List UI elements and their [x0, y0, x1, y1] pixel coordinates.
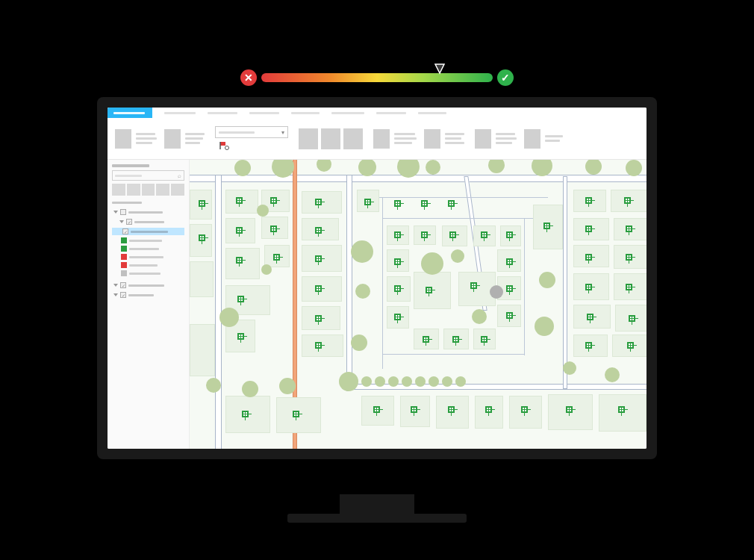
map-marker[interactable]: [543, 223, 550, 229]
ribbon-button[interactable]: [299, 128, 318, 149]
map-marker[interactable]: [411, 406, 417, 413]
map-marker[interactable]: [626, 284, 632, 290]
layer-checkbox[interactable]: [120, 292, 126, 298]
selected-point[interactable]: [490, 285, 503, 299]
layer-checkbox[interactable]: [120, 209, 126, 215]
map-marker[interactable]: [448, 406, 455, 413]
layer-checkbox[interactable]: [122, 228, 128, 234]
map-marker[interactable]: [236, 257, 243, 264]
map-marker[interactable]: [449, 231, 456, 238]
map-marker[interactable]: [199, 234, 205, 241]
map-marker[interactable]: [566, 406, 573, 413]
legend-item: [121, 254, 184, 260]
tab-item[interactable]: [208, 112, 237, 114]
map-marker[interactable]: [237, 333, 244, 340]
tab-item[interactable]: [249, 112, 279, 114]
map-marker[interactable]: [481, 231, 487, 238]
map-marker[interactable]: [426, 287, 432, 293]
ribbon-button[interactable]: [524, 129, 540, 149]
layer-row[interactable]: [112, 291, 184, 299]
ribbon-button[interactable]: [115, 129, 131, 149]
map-marker[interactable]: [585, 225, 592, 232]
map-marker[interactable]: [315, 285, 322, 292]
map-marker[interactable]: [506, 312, 513, 319]
thumbnail[interactable]: [171, 184, 184, 196]
map-marker[interactable]: [452, 336, 459, 343]
flag-tool-icon[interactable]: [219, 140, 230, 151]
map-marker[interactable]: [270, 197, 277, 204]
map-marker[interactable]: [506, 258, 513, 265]
map-marker[interactable]: [394, 200, 401, 207]
map-marker[interactable]: [626, 225, 632, 232]
map-marker[interactable]: [423, 336, 429, 343]
map-marker[interactable]: [627, 342, 634, 349]
layer-row-selected[interactable]: [112, 228, 184, 235]
thumbnail[interactable]: [142, 184, 155, 196]
ribbon-dropdown[interactable]: ▾: [215, 126, 288, 138]
map-marker[interactable]: [315, 227, 322, 234]
map-marker[interactable]: [270, 225, 277, 232]
tab-item[interactable]: [331, 112, 364, 114]
map-marker[interactable]: [236, 227, 243, 234]
tab-item[interactable]: [291, 112, 320, 114]
map-marker[interactable]: [506, 285, 513, 292]
tab-item[interactable]: [376, 112, 406, 114]
map-marker[interactable]: [315, 199, 322, 205]
thumbnail[interactable]: [127, 184, 140, 196]
layer-row[interactable]: [112, 218, 184, 225]
map-marker[interactable]: [394, 231, 401, 238]
map-marker[interactable]: [394, 258, 401, 265]
map-marker[interactable]: [273, 254, 280, 261]
tab-active[interactable]: [108, 108, 152, 118]
map-marker[interactable]: [236, 197, 243, 204]
map-marker[interactable]: [293, 411, 299, 417]
map-marker[interactable]: [421, 200, 428, 207]
map-marker[interactable]: [394, 314, 401, 320]
map-marker[interactable]: [585, 342, 592, 349]
ribbon-button[interactable]: [475, 129, 491, 149]
ribbon-button[interactable]: [343, 128, 363, 149]
map-marker[interactable]: [618, 406, 625, 413]
map-view[interactable]: [190, 160, 646, 449]
thumbnail[interactable]: [156, 184, 169, 196]
tree-icon: [219, 308, 239, 327]
map-marker[interactable]: [315, 342, 322, 349]
map-marker[interactable]: [521, 406, 528, 413]
map-marker[interactable]: [199, 200, 205, 207]
map-marker[interactable]: [448, 200, 455, 207]
panel-search[interactable]: ⌕: [112, 170, 184, 181]
map-marker[interactable]: [624, 197, 631, 204]
map-marker[interactable]: [506, 231, 513, 238]
layer-label: [131, 231, 168, 233]
map-marker[interactable]: [626, 254, 632, 261]
map-marker[interactable]: [242, 411, 249, 417]
layer-checkbox[interactable]: [120, 282, 126, 288]
map-marker[interactable]: [373, 406, 380, 413]
layer-checkbox[interactable]: [126, 219, 132, 225]
layer-row[interactable]: [112, 281, 184, 289]
ribbon-button[interactable]: [321, 128, 340, 149]
map-marker[interactable]: [585, 284, 592, 290]
ribbon-button[interactable]: [164, 129, 181, 149]
map-marker[interactable]: [587, 314, 593, 320]
tab-item[interactable]: [164, 112, 196, 114]
ribbon-button[interactable]: [424, 129, 440, 149]
map-marker[interactable]: [421, 231, 428, 238]
map-marker[interactable]: [629, 315, 635, 322]
ribbon-button[interactable]: [373, 129, 390, 149]
map-marker[interactable]: [315, 255, 322, 262]
layer-row[interactable]: [112, 208, 184, 216]
thumbnail[interactable]: [112, 184, 125, 196]
map-marker[interactable]: [470, 282, 477, 289]
map-marker[interactable]: [485, 406, 492, 413]
map-marker[interactable]: [481, 336, 487, 343]
tab-item[interactable]: [418, 112, 446, 114]
map-marker[interactable]: [364, 199, 371, 205]
map-marker[interactable]: [585, 254, 592, 261]
map-marker[interactable]: [237, 296, 244, 302]
parcel: [599, 394, 646, 432]
map-marker[interactable]: [315, 315, 322, 322]
map-marker[interactable]: [585, 197, 592, 204]
map-marker[interactable]: [394, 285, 401, 292]
ribbon-button-label: [545, 135, 563, 142]
